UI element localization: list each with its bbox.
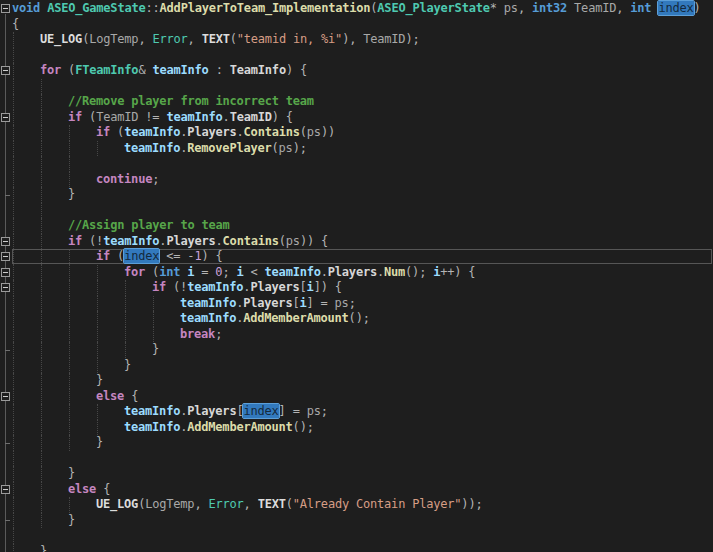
code-token: ,: [616, 1, 630, 15]
indent-guide: [13, 466, 14, 482]
indent-guide: [13, 373, 14, 389]
code-line[interactable]: }: [0, 342, 713, 358]
code-line[interactable]: UE_LOG(LogTemp, Error, TEXT("Already Con…: [0, 497, 713, 513]
indent-guide: [13, 172, 14, 188]
indent-guide: [97, 327, 98, 343]
code-line[interactable]: [0, 451, 713, 467]
indent-guide: [41, 265, 42, 281]
indent-guide: [69, 327, 70, 343]
code-token: ,: [518, 1, 532, 15]
code-token: ) {: [201, 249, 222, 263]
code-line[interactable]: if (!teamInfo.Players[i]) {: [0, 280, 713, 296]
code-token: ();: [349, 311, 370, 325]
code-token: ASEO_PlayerState: [377, 1, 489, 15]
code-line[interactable]: UE_LOG(LogTemp, Error, TEXT("teamid in, …: [0, 32, 713, 48]
code-line[interactable]: teamInfo.RemovePlayer(ps);: [0, 141, 713, 157]
fold-end-marker: [5, 520, 10, 521]
code-token: ,: [188, 32, 202, 46]
code-token: }: [96, 435, 103, 449]
code-line[interactable]: break;: [0, 327, 713, 343]
code-token: ): [694, 1, 701, 15]
code-line[interactable]: [0, 156, 713, 172]
code-token: AddMemberAmount: [243, 311, 348, 325]
code-token: ,: [194, 497, 208, 511]
code-line[interactable]: {: [0, 17, 713, 33]
code-line[interactable]: teamInfo.Players[index] = ps;: [0, 404, 713, 420]
code-line[interactable]: //Assign player to team: [0, 218, 713, 234]
code-token: ();: [405, 265, 433, 279]
minus-icon: [3, 489, 8, 490]
minus-icon: [3, 272, 8, 273]
code-token: (: [82, 110, 96, 124]
code-line[interactable]: else {: [0, 389, 713, 405]
fold-collapse-button[interactable]: [1, 4, 10, 13]
indent-guide: [41, 482, 42, 498]
code-area[interactable]: void ASEO_GameState::AddPlayerToTeam_Imp…: [0, 1, 713, 552]
fold-collapse-button[interactable]: [1, 268, 10, 277]
code-line[interactable]: }: [0, 187, 713, 203]
code-line[interactable]: }: [0, 513, 713, 529]
code-line[interactable]: for (int i = 0; i < teamInfo.Players.Num…: [0, 265, 713, 281]
code-token: ps: [286, 234, 300, 248]
code-line[interactable]: }: [0, 466, 713, 482]
code-line[interactable]: teamInfo.AddMemberAmount();: [0, 311, 713, 327]
code-token: Players: [328, 265, 377, 279]
code-token: LogTemp: [145, 497, 194, 511]
code-line[interactable]: if (TeamID != teamInfo.TeamID) {: [0, 110, 713, 126]
code-line[interactable]: [0, 48, 713, 64]
code-token: TeamID: [96, 110, 138, 124]
fold-collapse-button[interactable]: [1, 237, 10, 246]
code-line[interactable]: continue;: [0, 172, 713, 188]
code-line[interactable]: void ASEO_GameState::AddPlayerToTeam_Imp…: [0, 1, 713, 17]
indent-guide: [13, 451, 14, 467]
indent-guide: [41, 79, 42, 95]
fold-collapse-button[interactable]: [1, 392, 10, 401]
code-token: }: [152, 342, 159, 356]
code-line[interactable]: for (FTeamInfo& teamInfo : TeamInfo) {: [0, 63, 713, 79]
indent-guide: [41, 141, 42, 157]
highlighted-symbol: index: [243, 404, 278, 418]
fold-end-marker: [5, 443, 10, 444]
code-token: Players: [187, 404, 236, 418]
code-token: ,: [138, 32, 152, 46]
indent-guide: [69, 497, 70, 513]
code-line[interactable]: [0, 203, 713, 219]
code-line[interactable]: [0, 528, 713, 544]
code-token: Players: [187, 125, 236, 139]
indent-guide: [41, 125, 42, 141]
code-line[interactable]: }: [0, 373, 713, 389]
code-line[interactable]: teamInfo.Players[i] = ps;: [0, 296, 713, 312]
minus-icon: [3, 287, 8, 288]
code-token: }: [40, 544, 47, 552]
indent-guide: [13, 187, 14, 203]
fold-collapse-button[interactable]: [1, 252, 10, 261]
indent-guide: [13, 528, 14, 544]
fold-collapse-button[interactable]: [1, 113, 10, 122]
code-token: Players: [166, 234, 215, 248]
code-token: (!: [166, 280, 187, 294]
code-line[interactable]: //Remove player from incorrect team: [0, 94, 713, 110]
code-line[interactable]: [0, 79, 713, 95]
code-line[interactable]: }: [0, 358, 713, 374]
code-line[interactable]: else {: [0, 482, 713, 498]
fold-collapse-button[interactable]: [1, 283, 10, 292]
code-line[interactable]: teamInfo.AddMemberAmount();: [0, 420, 713, 436]
code-token: teamInfo: [124, 404, 180, 418]
indent-guide: [41, 373, 42, 389]
fold-collapse-button[interactable]: [1, 485, 10, 494]
code-line[interactable]: if (!teamInfo.Players.Contains(ps)) {: [0, 234, 713, 250]
fold-collapse-button[interactable]: [1, 66, 10, 75]
minus-icon: [3, 241, 8, 242]
code-line[interactable]: }: [0, 544, 713, 552]
indent-guide: [41, 358, 42, 374]
code-line[interactable]: if (teamInfo.Players.Contains(ps)): [0, 125, 713, 141]
code-editor[interactable]: void ASEO_GameState::AddPlayerToTeam_Imp…: [0, 0, 713, 552]
code-token: (: [300, 125, 307, 139]
code-token: TEXT: [258, 497, 286, 511]
indent-guide: [41, 435, 42, 451]
code-token: ();: [293, 420, 314, 434]
code-line[interactable]: }: [0, 435, 713, 451]
indent-guide: [13, 404, 14, 420]
indent-guide: [41, 451, 42, 467]
code-token: ps: [335, 296, 349, 310]
